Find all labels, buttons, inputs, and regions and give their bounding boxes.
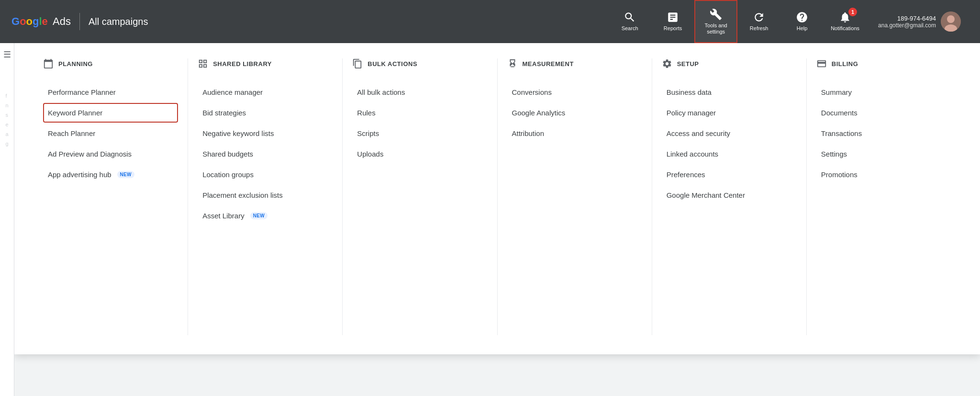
menu-item-google-merchant-center[interactable]: Google Merchant Center: [662, 185, 797, 205]
help-nav-item[interactable]: Help: [780, 0, 824, 43]
main-content: PLANNING Performance PlannerKeyword Plan…: [14, 43, 980, 396]
menu-item-business-data[interactable]: Business data: [662, 82, 797, 102]
user-email: ana.gotter@gmail.com: [878, 22, 936, 29]
bulk-actions-section: BULK ACTIONS All bulk actionsRulesScript…: [343, 58, 497, 335]
menu-item-conversions[interactable]: Conversions: [507, 82, 642, 102]
menu-item-performance-planner[interactable]: Performance Planner: [43, 82, 178, 102]
menu-item-promotions[interactable]: Promotions: [816, 165, 951, 184]
menu-item-uploads[interactable]: Uploads: [352, 144, 487, 164]
menu-item-settings[interactable]: Settings: [816, 144, 951, 164]
svg-point-1: [947, 15, 955, 23]
shared-library-items: Audience managerBid strategiesNegative k…: [198, 82, 333, 226]
shared-library-title: SHARED LIBRARY: [213, 60, 272, 68]
shared-library-section: SHARED LIBRARY Audience managerBid strat…: [188, 58, 343, 335]
menu-item-ad-preview-and-diagnosis[interactable]: Ad Preview and Diagnosis: [43, 144, 178, 164]
measurement-section: MEASUREMENT ConversionsGoogle AnalyticsA…: [498, 58, 652, 335]
menu-item-placement-exclusion-lists[interactable]: Placement exclusion lists: [198, 185, 333, 205]
setup-section: SETUP Business dataPolicy managerAccess …: [652, 58, 807, 335]
menu-item-preferences[interactable]: Preferences: [662, 165, 797, 184]
menu-item-linked-accounts[interactable]: Linked accounts: [662, 144, 797, 164]
measurement-items: ConversionsGoogle AnalyticsAttribution: [507, 82, 642, 143]
menu-item-scripts[interactable]: Scripts: [352, 124, 487, 143]
menu-item-policy-manager[interactable]: Policy manager: [662, 103, 797, 123]
calendar-icon: [43, 58, 54, 69]
setup-header: SETUP: [662, 58, 797, 69]
billing-section: BILLING SummaryDocumentsTransactionsSett…: [807, 58, 961, 335]
reports-nav-label: Reports: [664, 25, 682, 32]
bulk-actions-icon: [352, 58, 363, 69]
planning-items: Performance PlannerKeyword PlannerReach …: [43, 82, 178, 184]
shared-library-header: SHARED LIBRARY: [198, 58, 333, 69]
setup-title: SETUP: [677, 60, 699, 68]
menu-item-summary[interactable]: Summary: [816, 82, 951, 102]
avatar-image: [941, 11, 961, 32]
measurement-icon: [507, 58, 518, 69]
top-navigation: Google Ads All campaigns Search Reports …: [0, 0, 980, 43]
search-icon: [624, 11, 636, 23]
planning-icon: [43, 58, 54, 69]
planning-header: PLANNING: [43, 58, 178, 69]
planning-section: PLANNING Performance PlannerKeyword Plan…: [33, 58, 188, 335]
page-layout: ☰ f n s e a g PLANNING: [0, 43, 980, 396]
avatar[interactable]: [941, 11, 961, 32]
menu-item-all-bulk-actions[interactable]: All bulk actions: [352, 82, 487, 102]
new-badge: NEW: [117, 171, 134, 178]
user-section[interactable]: 189-974-6494 ana.gotter@gmail.com: [870, 11, 969, 32]
menu-item-location-groups[interactable]: Location groups: [198, 165, 333, 184]
measurement-header: MEASUREMENT: [507, 58, 642, 69]
menu-item-keyword-planner[interactable]: Keyword Planner: [43, 103, 178, 123]
bulk-actions-header: BULK ACTIONS: [352, 58, 487, 69]
billing-items: SummaryDocumentsTransactionsSettingsProm…: [816, 82, 951, 184]
gear-icon: [662, 58, 672, 69]
notifications-nav-label: Notifications: [831, 25, 859, 32]
menu-item-transactions[interactable]: Transactions: [816, 124, 951, 143]
copy-icon: [352, 58, 363, 69]
setup-icon: [662, 58, 672, 69]
billing-icon: [816, 58, 827, 69]
tools-icon: [710, 8, 722, 21]
refresh-nav-item[interactable]: Refresh: [737, 0, 780, 43]
tools-dropdown-menu: PLANNING Performance PlannerKeyword Plan…: [14, 43, 980, 354]
menu-item-app-advertising-hub[interactable]: App advertising hubNEW: [43, 165, 178, 184]
reports-nav-item[interactable]: Reports: [651, 0, 694, 43]
sidebar: ☰ f n s e a g: [0, 43, 14, 396]
menu-item-attribution[interactable]: Attribution: [507, 124, 642, 143]
menu-item-bid-strategies[interactable]: Bid strategies: [198, 103, 333, 123]
bulk-actions-title: BULK ACTIONS: [368, 60, 417, 68]
notifications-nav-item[interactable]: 1 Notifications: [824, 0, 867, 43]
user-info: 189-974-6494 ana.gotter@gmail.com: [878, 15, 936, 29]
grid-icon: [198, 58, 208, 69]
tools-nav-item[interactable]: Tools andsettings: [694, 0, 737, 43]
menu-item-google-analytics[interactable]: Google Analytics: [507, 103, 642, 123]
refresh-icon: [753, 11, 765, 23]
brand-separator: [79, 13, 80, 30]
setup-items: Business dataPolicy managerAccess and se…: [662, 82, 797, 205]
shared-library-icon: [198, 58, 208, 69]
menu-item-audience-manager[interactable]: Audience manager: [198, 82, 333, 102]
menu-item-reach-planner[interactable]: Reach Planner: [43, 124, 178, 143]
brand: Google Ads All campaigns: [11, 13, 148, 30]
search-nav-label: Search: [622, 25, 638, 32]
help-icon: [796, 11, 808, 23]
notification-badge: 1: [848, 8, 857, 16]
billing-title: BILLING: [832, 60, 858, 68]
brand-google: Google Ads: [11, 15, 71, 28]
menu-item-documents[interactable]: Documents: [816, 103, 951, 123]
menu-item-access-and-security[interactable]: Access and security: [662, 124, 797, 143]
search-nav-item[interactable]: Search: [608, 0, 651, 43]
menu-item-shared-budgets[interactable]: Shared budgets: [198, 144, 333, 164]
billing-header: BILLING: [816, 58, 951, 69]
new-badge: NEW: [250, 212, 267, 219]
menu-item-negative-keyword-lists[interactable]: Negative keyword lists: [198, 124, 333, 143]
menu-item-rules[interactable]: Rules: [352, 103, 487, 123]
menu-item-asset-library[interactable]: Asset LibraryNEW: [198, 206, 333, 226]
help-nav-label: Help: [797, 25, 808, 32]
refresh-nav-label: Refresh: [750, 25, 768, 32]
bulk-actions-items: All bulk actionsRulesScriptsUploads: [352, 82, 487, 164]
reports-icon: [667, 11, 679, 23]
topnav-icons: Search Reports Tools andsettings Refresh…: [608, 0, 969, 43]
tools-nav-label: Tools andsettings: [705, 23, 727, 35]
measurement-title: MEASUREMENT: [523, 60, 574, 68]
user-account: 189-974-6494: [878, 15, 936, 22]
sidebar-toggle[interactable]: ☰: [1, 49, 13, 60]
